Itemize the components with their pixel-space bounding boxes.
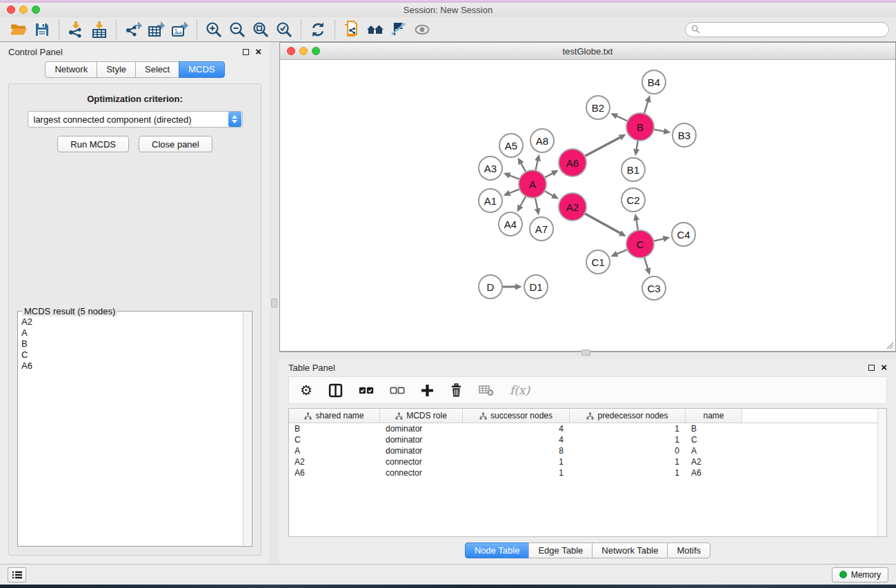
result-scrollbar[interactable] [243,312,251,545]
show-hide-details-button[interactable] [410,19,434,40]
graph-node-a5[interactable]: A5 [499,133,524,158]
graph-node-c2[interactable]: C2 [621,187,646,212]
graph-node-a2[interactable]: A2 [558,192,587,221]
graph-node-d[interactable]: D [478,274,503,299]
node-table[interactable]: shared nameMCDS rolesuccessor nodesprede… [288,408,887,537]
float-panel-icon[interactable] [243,49,249,55]
criterion-dropdown[interactable]: largest connected component (directed) [28,111,243,128]
zoom-out-icon [228,21,246,39]
toggle-details-button[interactable] [387,19,410,40]
graph-node-b2[interactable]: B2 [586,95,610,120]
search-field[interactable] [685,22,889,37]
open-session-button[interactable] [7,19,30,40]
titlebar[interactable]: Session: New Session [0,3,896,17]
tab-style[interactable]: Style [97,61,136,78]
tab-select[interactable]: Select [135,61,179,78]
zoom-out-button[interactable] [226,19,249,40]
network-close-button[interactable] [287,47,295,55]
table-row-b[interactable]: Bdominator41B [289,423,886,434]
network-window-titlebar[interactable]: testGlobe.txt [280,43,895,60]
delete-column-trash-icon[interactable] [450,383,463,398]
graph-node-b4[interactable]: B4 [641,70,666,94]
network-zoom-button[interactable] [312,47,320,55]
resize-grip-icon[interactable] [884,340,894,349]
minimize-window-button[interactable] [19,6,28,14]
table-row-a6[interactable]: A6connector11A6 [289,467,886,478]
graph-node-c3[interactable]: C3 [641,276,666,301]
graph-node-c1[interactable]: C1 [586,250,610,274]
deselect-all-columns-icon[interactable] [390,385,405,396]
result-item-a[interactable]: A [21,327,242,338]
tab-network-table[interactable]: Network Table [592,543,668,558]
import-table-button[interactable] [88,19,111,40]
table-scrollbar[interactable] [877,409,886,536]
graph-node-a7[interactable]: A7 [529,216,554,241]
mcds-result-list[interactable]: A2ABCA6 [19,314,242,545]
result-item-b[interactable]: B [21,338,242,349]
column-header-name[interactable]: name [686,409,742,423]
arrowhead-icon [663,236,670,242]
close-table-panel-icon[interactable]: × [881,364,887,371]
panel-divider[interactable] [270,42,279,564]
graph-node-a1[interactable]: A1 [478,188,503,213]
result-item-a6[interactable]: A6 [21,361,242,372]
float-table-panel-icon[interactable] [868,365,875,371]
graph-node-c[interactable]: C [626,230,655,258]
run-mcds-button[interactable]: Run MCDS [57,136,129,152]
zoom-window-button[interactable] [32,6,40,14]
zoom-in-button[interactable] [202,19,226,40]
task-history-button[interactable] [8,567,26,582]
close-panel-icon[interactable]: × [255,48,261,55]
graph-node-b3[interactable]: B3 [672,123,697,148]
show-column-panel-icon[interactable] [328,383,343,398]
network-from-selection-button[interactable] [340,19,364,40]
import-network-button[interactable] [64,19,88,40]
arrowhead-icon [633,149,639,156]
column-header-shared-name[interactable]: shared name [289,409,380,423]
graph-node-a[interactable]: A [518,170,547,199]
zoom-fit-button[interactable] [249,19,272,40]
function-builder-icon[interactable]: f(x) [510,383,530,397]
zoom-selected-button[interactable] [272,19,296,40]
table-row-a[interactable]: Adominator80A [289,445,886,456]
table-settings-gear-icon[interactable]: ⚙ [300,383,312,397]
graph-node-b1[interactable]: B1 [621,157,646,182]
column-header-mcds-role[interactable]: MCDS role [380,409,463,423]
result-item-a2[interactable]: A2 [21,316,242,327]
memory-button[interactable]: Memory [832,567,888,582]
graph-node-c4[interactable]: C4 [671,222,696,247]
close-panel-button[interactable]: Close panel [139,136,212,152]
horizontal-divider[interactable] [279,352,896,358]
create-column-plus-icon[interactable] [421,384,434,397]
apply-layout-button[interactable] [306,19,330,40]
close-window-button[interactable] [7,6,15,14]
tab-network[interactable]: Network [45,61,97,78]
horizontal-divider-grip[interactable] [581,349,590,356]
column-header-successor-nodes[interactable]: successor nodes [463,409,570,423]
graph-node-a6[interactable]: A6 [558,148,587,177]
search-input[interactable] [703,25,883,34]
divider-grip[interactable] [271,298,277,307]
first-neighbors-button[interactable] [364,19,387,40]
table-row-c[interactable]: Cdominator41C [289,434,886,445]
tab-node-table[interactable]: Node Table [465,543,530,558]
graph-node-a4[interactable]: A4 [498,212,523,236]
delete-table-icon[interactable] [479,384,494,396]
network-canvas[interactable]: AA1A2A3A4A5A6A7A8BB1B2B3B4CC1C2C3C4DD1 [280,60,895,351]
network-minimize-button[interactable] [299,47,308,55]
export-network-button[interactable] [121,19,145,40]
save-session-button[interactable] [30,19,54,40]
export-image-button[interactable] [168,19,192,40]
graph-node-d1[interactable]: D1 [524,274,548,299]
table-row-a2[interactable]: A2connector11A2 [289,456,886,467]
select-all-columns-icon[interactable] [359,385,374,396]
column-header-predecessor-nodes[interactable]: predecessor nodes [570,409,686,423]
export-table-button[interactable] [145,19,168,40]
tab-edge-table[interactable]: Edge Table [528,543,593,558]
tab-mcds[interactable]: MCDS [179,61,224,78]
graph-node-b[interactable]: B [626,112,655,141]
result-item-c[interactable]: C [21,349,242,361]
graph-node-a3[interactable]: A3 [478,156,503,181]
graph-node-a8[interactable]: A8 [530,128,555,153]
tab-motifs[interactable]: Motifs [667,543,710,558]
